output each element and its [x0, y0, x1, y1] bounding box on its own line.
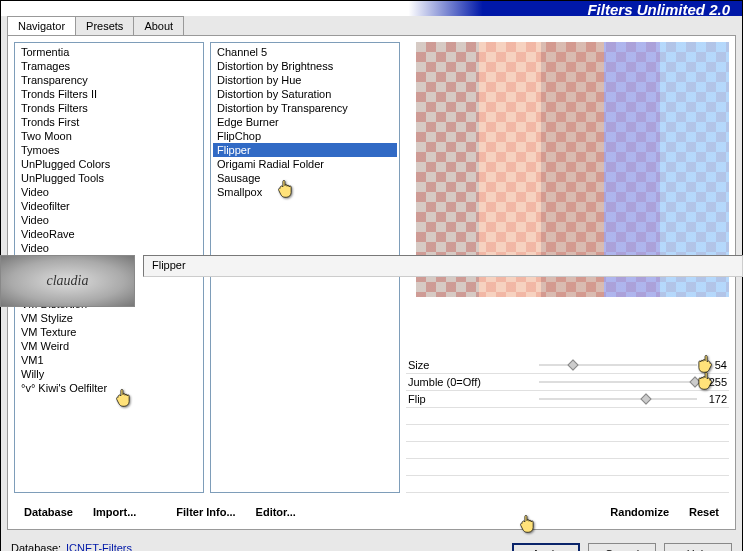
list-item[interactable]: Videofilter [17, 199, 201, 213]
list-item[interactable]: °v° Kiwi's Oelfilter [17, 381, 201, 395]
cancel-button[interactable]: Cancel [588, 543, 656, 551]
status-info: Database:ICNET-Filters Filters:4103 [11, 542, 132, 551]
param-row-empty [406, 442, 729, 459]
right-panel: claudia Flipper Size 54 Jumble (0=Off) 2… [406, 42, 729, 493]
list-item[interactable]: VM Stylize [17, 311, 201, 325]
reset-button[interactable]: Reset [679, 502, 729, 522]
import-button[interactable]: Import... [83, 502, 146, 522]
list-item[interactable]: Video [17, 185, 201, 199]
param-row-empty [406, 459, 729, 476]
param-slider[interactable] [539, 358, 697, 372]
list-item[interactable]: Edge Burner [213, 115, 397, 129]
param-row-empty [406, 408, 729, 425]
list-item[interactable]: UnPlugged Tools [17, 171, 201, 185]
tab-about[interactable]: About [133, 16, 184, 35]
tab-navigator[interactable]: Navigator [7, 16, 76, 35]
param-row: Flip 172 [406, 391, 729, 408]
db-value: ICNET-Filters [66, 542, 132, 551]
param-label: Size [408, 359, 539, 371]
list-item[interactable]: VM Texture [17, 325, 201, 339]
list-item[interactable]: Video [17, 241, 201, 255]
list-item[interactable]: Tronds Filters II [17, 87, 201, 101]
list-item[interactable]: Transparency [17, 73, 201, 87]
list-item[interactable]: Video [17, 213, 201, 227]
list-item[interactable]: VideoRave [17, 227, 201, 241]
main-area: Tormentia Tramages Transparency Tronds F… [14, 42, 729, 493]
list-item[interactable]: Flipper [213, 143, 397, 157]
list-item[interactable]: Tronds Filters [17, 101, 201, 115]
list-item[interactable]: Tormentia [17, 45, 201, 59]
param-value: 54 [697, 359, 727, 371]
param-slider[interactable] [539, 375, 697, 389]
list-item[interactable]: Origami Radial Folder [213, 157, 397, 171]
list-item[interactable]: Channel 5 [213, 45, 397, 59]
list-item[interactable]: Distortion by Saturation [213, 87, 397, 101]
tab-presets[interactable]: Presets [75, 16, 134, 35]
status-bar: Database:ICNET-Filters Filters:4103 Appl… [1, 536, 742, 551]
param-slider[interactable] [539, 392, 697, 406]
help-button[interactable]: Help [664, 543, 732, 551]
list-item[interactable]: Two Moon [17, 129, 201, 143]
list-item[interactable]: FlipChop [213, 129, 397, 143]
param-label: Flip [408, 393, 539, 405]
param-row: Jumble (0=Off) 255 [406, 374, 729, 391]
list-item[interactable]: Sausage [213, 171, 397, 185]
list-item[interactable]: Distortion by Hue [213, 73, 397, 87]
param-row: Size 54 [406, 357, 729, 374]
db-label: Database: [11, 542, 66, 551]
list-item[interactable]: VM Weird [17, 339, 201, 353]
watermark-logo: claudia [0, 255, 135, 307]
param-value: 255 [697, 376, 727, 388]
editor-button[interactable]: Editor... [246, 502, 306, 522]
current-filter-name: Flipper [143, 255, 743, 277]
list-item[interactable]: Willy [17, 367, 201, 381]
param-row-empty [406, 425, 729, 442]
list-item[interactable]: Tymoes [17, 143, 201, 157]
app-window: Filters Unlimited 2.0 Navigator Presets … [0, 0, 743, 551]
footer-buttons: Database Import... Filter Info... Editor… [14, 493, 729, 523]
param-label: Jumble (0=Off) [408, 376, 539, 388]
apply-button[interactable]: Apply [512, 543, 580, 551]
filter-header: claudia Flipper [0, 255, 743, 310]
param-row-empty [406, 476, 729, 493]
list-item[interactable]: Tronds First [17, 115, 201, 129]
list-item[interactable]: Smallpox [213, 185, 397, 199]
list-item[interactable]: Distortion by Brightness [213, 59, 397, 73]
param-value: 172 [697, 393, 727, 405]
params: Size 54 Jumble (0=Off) 255 Flip 172 [406, 357, 729, 493]
content: Tormentia Tramages Transparency Tronds F… [7, 35, 736, 530]
tabs: Navigator Presets About [1, 16, 742, 35]
database-button[interactable]: Database [14, 502, 83, 522]
list-item[interactable]: Distortion by Transparency [213, 101, 397, 115]
randomize-button[interactable]: Randomize [600, 502, 679, 522]
list-item[interactable]: VM1 [17, 353, 201, 367]
list-item[interactable]: Tramages [17, 59, 201, 73]
filter-info-button[interactable]: Filter Info... [166, 502, 245, 522]
list-item[interactable]: UnPlugged Colors [17, 157, 201, 171]
